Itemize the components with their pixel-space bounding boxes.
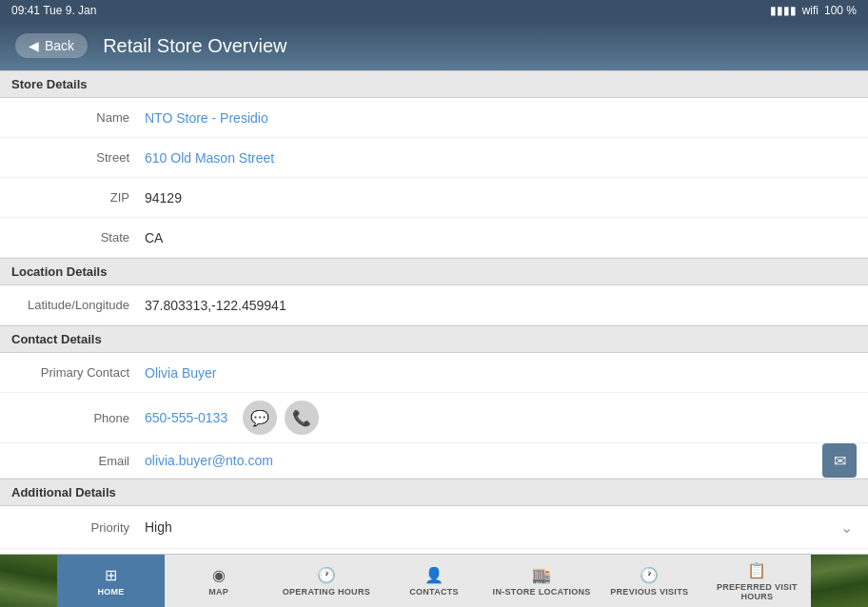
field-label-zip: ZIP [11, 190, 145, 205]
clock-icon: 🕐 [317, 566, 336, 584]
store-details-section-header: Store Details [0, 70, 868, 98]
field-row-primary-contact: Primary Contact Olivia Buyer [0, 353, 868, 393]
additional-details-section-header: Additional Details [0, 479, 868, 506]
field-row-street: Street 610 Old Mason Street [0, 138, 868, 178]
back-arrow-icon: ◀ [29, 38, 39, 53]
field-value-zip: 94129 [145, 190, 182, 206]
decorative-plants-left [0, 555, 57, 607]
tab-operating-hours-label: OPERATING HOURS [283, 587, 370, 597]
field-label-latlng: Latitude/Longitude [11, 298, 145, 312]
status-time: 09:41 Tue 9. Jan [11, 4, 96, 17]
field-row-priority[interactable]: Priority High ⌄ [0, 506, 868, 549]
battery-label: 100 % [824, 4, 857, 17]
contact-icon: 👤 [424, 566, 444, 584]
phone-icons: 💬 📞 [243, 401, 319, 435]
email-button[interactable]: ✉ [822, 443, 857, 478]
tab-map[interactable]: ◉ MAP [165, 555, 272, 607]
chevron-down-icon: ⌄ [840, 519, 853, 537]
tab-preferred-visit-hours-label: PREFERRED VISIT HOURS [705, 582, 809, 601]
tab-items: ⊞ HOME ◉ MAP 🕐 OPERATING HOURS 👤 CONTACT… [57, 555, 811, 607]
tab-home-label: HOME [97, 587, 124, 597]
field-label-priority: Priority [11, 520, 145, 535]
field-row-phone: Phone 650-555-0133 💬 📞 [0, 393, 868, 443]
email-icon: ✉ [834, 452, 846, 470]
tab-previous-visits-label: PREVIOUS VISITS [610, 587, 688, 597]
field-value-priority: High [145, 519, 172, 535]
back-label: Back [45, 38, 74, 53]
wifi-icon: wifi [802, 4, 819, 17]
field-value-phone[interactable]: 650-555-0133 [145, 410, 227, 425]
phone-icon: 📞 [292, 409, 311, 427]
tab-preferred-visit-hours[interactable]: 📋 PREFERRED VISIT HOURS [703, 555, 811, 607]
field-label-primary-contact: Primary Contact [11, 365, 145, 380]
page-title: Retail Store Overview [103, 35, 286, 57]
field-row-state: State CA [0, 218, 868, 258]
location-details-section-header: Location Details [0, 258, 868, 285]
field-value-street[interactable]: 610 Old Mason Street [145, 150, 274, 166]
tab-map-label: MAP [208, 587, 228, 597]
main-content: Store Details Name NTO Store - Presidio … [0, 70, 868, 554]
field-label-phone: Phone [11, 411, 145, 425]
tab-in-store-locations[interactable]: 🏬 IN-STORE LOCATIONS [488, 555, 596, 607]
header: ◀ Back Retail Store Overview [0, 21, 868, 70]
store-icon: 🏬 [532, 566, 551, 584]
signal-icon: ▮▮▮▮ [770, 4, 797, 17]
field-value-name[interactable]: NTO Store - Presidio [145, 110, 268, 126]
field-value-state: CA [145, 230, 163, 245]
home-icon: ⊞ [105, 566, 117, 584]
tab-home[interactable]: ⊞ HOME [57, 555, 165, 607]
field-row-latlng: Latitude/Longitude 37.803313,-122.459941 [0, 285, 868, 325]
sms-icon: 💬 [250, 409, 269, 427]
tab-bar: ⊞ HOME ◉ MAP 🕐 OPERATING HOURS 👤 CONTACT… [0, 554, 868, 607]
tab-contacts-label: CONTACTS [409, 587, 459, 597]
status-bar: 09:41 Tue 9. Jan ▮▮▮▮ wifi 100 % [0, 0, 868, 21]
contact-details-section-header: Contact Details [0, 325, 868, 353]
tab-in-store-locations-label: IN-STORE LOCATIONS [493, 587, 591, 597]
tab-previous-visits[interactable]: 🕐 PREVIOUS VISITS [596, 555, 703, 607]
map-icon: ◉ [212, 566, 226, 584]
field-row-email: Email olivia.buyer@nto.com ✉ [0, 443, 868, 479]
field-value-latlng: 37.803313,-122.459941 [145, 298, 286, 313]
field-value-primary-contact[interactable]: Olivia Buyer [145, 365, 216, 381]
field-label-state: State [11, 230, 145, 245]
tab-contacts[interactable]: 👤 CONTACTS [380, 555, 487, 607]
visits-icon: 🕐 [640, 566, 659, 584]
sms-button[interactable]: 💬 [243, 401, 277, 435]
preferred-icon: 📋 [747, 561, 766, 579]
decorative-plants-right [811, 555, 868, 607]
back-button[interactable]: ◀ Back [15, 33, 88, 58]
field-row-name: Name NTO Store - Presidio [0, 98, 868, 138]
field-label-email: Email [11, 454, 145, 468]
call-button[interactable]: 📞 [285, 401, 319, 435]
tab-operating-hours[interactable]: 🕐 OPERATING HOURS [272, 555, 380, 607]
field-value-email[interactable]: olivia.buyer@nto.com [145, 453, 273, 468]
field-label-name: Name [11, 110, 145, 125]
status-right: ▮▮▮▮ wifi 100 % [770, 4, 857, 17]
field-row-zip: ZIP 94129 [0, 178, 868, 218]
field-label-street: Street [11, 150, 145, 165]
